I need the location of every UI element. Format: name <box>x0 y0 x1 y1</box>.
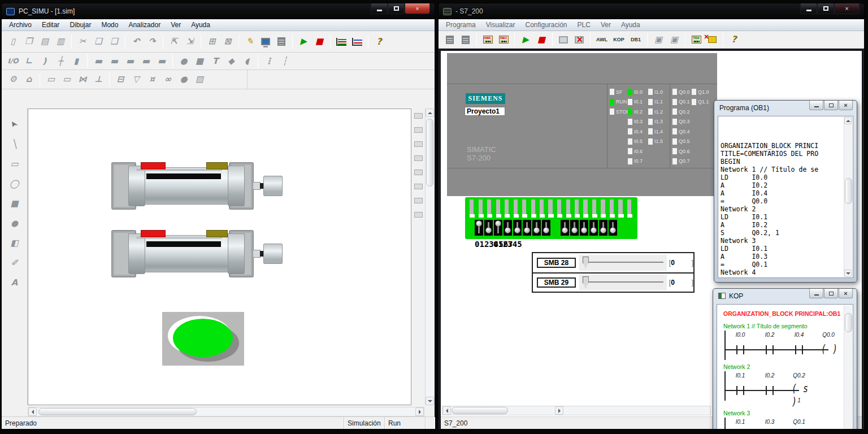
pneumatic-cylinder-2[interactable] <box>111 230 267 277</box>
pump-button[interactable]: ⚙ <box>5 72 21 88</box>
menu-item[interactable]: Ver <box>596 20 616 30</box>
ellipse-tool-button[interactable]: ◯ <box>6 177 23 190</box>
dropper-tool-button[interactable]: ✐ <box>6 256 23 270</box>
smb29-slider[interactable] <box>579 275 667 290</box>
valve-2-button[interactable]: ▬ <box>106 53 122 69</box>
view-kop-button[interactable]: KOP <box>610 32 627 47</box>
scroll-up-button[interactable] <box>844 117 852 124</box>
drawing-canvas[interactable] <box>28 108 411 405</box>
paste-button[interactable]: ❑ <box>106 34 122 50</box>
join-button[interactable]: ¤ <box>144 72 160 88</box>
menu-item[interactable]: Ayuda <box>616 20 645 30</box>
engine-button[interactable]: ● <box>176 72 192 88</box>
input-toggle-switch[interactable] <box>475 220 483 236</box>
load-awl-button[interactable]: AWL <box>480 32 496 47</box>
kop-vertical-scrollbar[interactable] <box>844 305 852 429</box>
copy-button[interactable]: ❏ <box>90 34 106 50</box>
cross-tool-button[interactable]: ┼ <box>53 53 68 69</box>
awl-code-listing[interactable]: ORGANIZATION_BLOCK PRINCITITLE=COMENTARI… <box>719 118 843 276</box>
square-shape-button[interactable]: ■ <box>192 53 207 69</box>
edit-mode-button[interactable]: ✎ <box>242 34 258 50</box>
scroll-right-button[interactable] <box>415 407 424 416</box>
scroll-down-button[interactable] <box>844 270 852 277</box>
hatch-button[interactable]: ▨ <box>192 72 207 88</box>
maximize-button[interactable] <box>817 3 834 14</box>
menu-item[interactable]: Archivo <box>4 20 37 30</box>
green-pushbutton[interactable] <box>162 312 244 366</box>
close-button[interactable]: × <box>839 101 853 110</box>
grid-button[interactable]: ⊞ <box>204 34 220 50</box>
view-db1-button[interactable]: DB1 <box>627 32 644 47</box>
td200-button[interactable]: TD2 <box>688 32 704 47</box>
pc-link-button[interactable] <box>258 34 274 50</box>
meter-2-button[interactable]: ┆ <box>277 53 293 69</box>
vertical-cylinder-button[interactable]: ▮ <box>68 53 84 69</box>
stop-button[interactable]: ■ <box>311 34 327 50</box>
maximize-button[interactable] <box>824 101 838 110</box>
color-tool-button[interactable]: ◆ <box>223 53 239 69</box>
close-button[interactable]: × <box>405 3 430 14</box>
arc-tool-button[interactable]: ) <box>37 53 53 69</box>
io-tool-button[interactable]: I/O <box>5 53 21 69</box>
scroll-up-button[interactable] <box>426 108 434 117</box>
print-button[interactable]: ▥ <box>53 34 68 50</box>
ob1-vertical-scrollbar[interactable] <box>844 117 852 277</box>
input-toggle-switch[interactable] <box>484 220 493 236</box>
close-button[interactable]: × <box>839 289 853 298</box>
plc-link-button[interactable] <box>274 34 289 50</box>
export-button[interactable]: ⇲ <box>182 34 198 50</box>
view-awl-button[interactable]: AWL <box>593 32 610 47</box>
menu-item[interactable]: Programa <box>441 20 481 30</box>
fill-tool-button[interactable]: ◧ <box>6 236 23 250</box>
menu-item[interactable]: PLC <box>572 20 596 30</box>
minimize-button[interactable] <box>809 289 823 298</box>
maximize-button[interactable] <box>824 289 838 298</box>
smb28-slider[interactable] <box>579 255 667 271</box>
input-toggle-switch[interactable] <box>532 220 541 236</box>
cut-button[interactable]: ✂ <box>75 34 90 50</box>
line-tool-button[interactable]: ╲ <box>6 137 23 151</box>
unlock-button[interactable] <box>704 32 720 47</box>
valve-3-button[interactable]: ▬ <box>122 53 138 69</box>
menu-item[interactable]: Modo <box>96 20 123 30</box>
s7200-titlebar[interactable]: - S7_200 × <box>439 3 864 19</box>
run-button[interactable]: ▶ <box>296 34 311 50</box>
open-button[interactable]: ❐ <box>21 34 37 50</box>
input-toggle-switch[interactable] <box>504 220 512 236</box>
pcsimu-titlebar[interactable]: PC_SIMU - [1.sim] × <box>2 3 435 19</box>
stand-button[interactable]: ⊥ <box>90 72 106 88</box>
funnel-button[interactable]: ▽ <box>128 72 144 88</box>
help-button[interactable]: ? <box>726 32 742 47</box>
polygon-button[interactable]: ⌂ <box>21 72 37 88</box>
ladder-diagram[interactable]: ORGANIZATION_BLOCK PRINCIPAL:OB1 Network… <box>718 306 843 429</box>
box-button[interactable]: ⊟ <box>112 72 128 88</box>
menu-item[interactable]: Visualizar <box>481 20 520 30</box>
plc-cpu-button[interactable] <box>458 32 474 47</box>
pneumatic-cylinder-1[interactable] <box>111 162 267 210</box>
valve-1-button[interactable]: ▬ <box>90 53 106 69</box>
undo-button[interactable]: ↶ <box>128 34 144 50</box>
new-button[interactable]: ▯ <box>5 34 21 50</box>
menu-item[interactable]: Ayuda <box>186 20 215 30</box>
plc-config-button[interactable] <box>442 32 458 47</box>
grid-snap-button[interactable]: ⊠ <box>220 34 236 50</box>
menu-item[interactable]: Configuración <box>520 20 572 30</box>
kop-titlebar[interactable]: KOP × <box>713 289 857 303</box>
minimize-button[interactable] <box>371 3 388 14</box>
trace-chart-button[interactable] <box>333 34 349 50</box>
ellipse-shape-button[interactable]: ● <box>176 53 192 69</box>
memory-view-button[interactable]: ▣ <box>666 32 682 47</box>
monitor-off-button[interactable] <box>571 32 587 47</box>
load-db1-button[interactable]: DB1 <box>496 32 511 47</box>
menu-item[interactable]: Ver <box>166 20 186 30</box>
main-horizontal-scrollbar[interactable] <box>442 406 711 415</box>
input-toggle-switch[interactable] <box>523 220 531 236</box>
select-tool-button[interactable]: ➤ <box>6 118 23 131</box>
scroll-down-button[interactable] <box>426 397 434 405</box>
help-button[interactable]: ? <box>371 34 387 50</box>
belt-button[interactable]: ∞ <box>160 72 176 88</box>
cylinder-b-button[interactable]: ▭ <box>59 72 75 88</box>
menu-item[interactable]: Editar <box>37 20 64 30</box>
valve-y-button[interactable]: ⋈ <box>75 72 90 88</box>
input-toggle-switch[interactable] <box>589 220 598 236</box>
